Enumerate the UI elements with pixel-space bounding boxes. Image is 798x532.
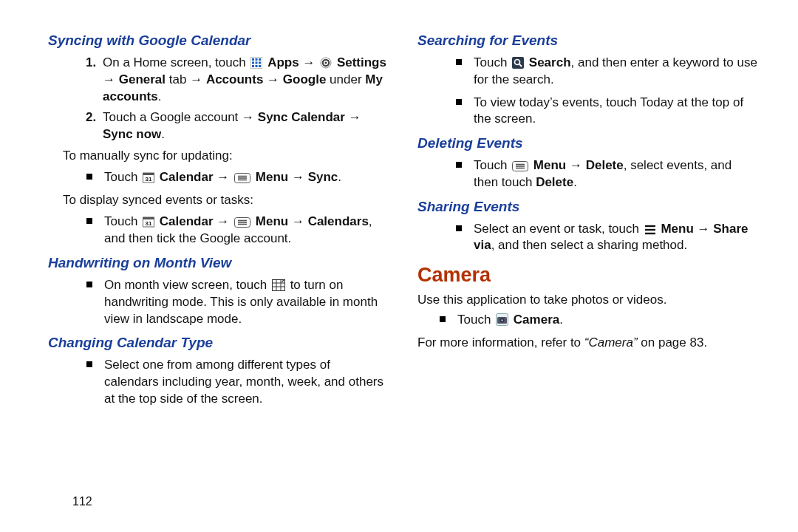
settings-gear-icon: [320, 57, 332, 69]
label: Menu: [256, 214, 288, 228]
svg-rect-6: [259, 61, 261, 64]
label: Calendar: [160, 170, 214, 184]
arrow-icon: →: [349, 110, 361, 124]
arrow-icon: →: [302, 55, 315, 69]
text: Touch a Google account: [103, 110, 242, 124]
apps-grid-icon: [250, 57, 262, 69]
arrow-icon: →: [216, 170, 229, 184]
arrow-icon: →: [190, 72, 202, 86]
label: Sync now: [103, 127, 161, 141]
svg-rect-21: [143, 217, 154, 219]
heading-handwriting: Handwriting on Month View: [48, 253, 388, 273]
svg-point-12: [325, 61, 327, 64]
label: Search: [529, 55, 571, 69]
calendar-31-icon: 31: [143, 216, 154, 228]
text: Touch: [457, 313, 494, 327]
text: On a Home screen, touch: [103, 55, 249, 69]
svg-point-45: [501, 319, 502, 321]
text: Select an event or task, touch: [474, 222, 643, 236]
list-item: Touch Menu → Delete, select events, and …: [456, 157, 757, 191]
text: Touch: [104, 214, 141, 228]
svg-rect-14: [143, 173, 154, 175]
label: Delete: [536, 175, 573, 189]
heading-sharing: Sharing Events: [417, 197, 757, 216]
svg-text:31: 31: [146, 176, 152, 183]
svg-rect-8: [256, 65, 258, 67]
label: Calendar: [160, 214, 214, 228]
label: Menu: [533, 158, 566, 172]
arrow-icon: →: [267, 72, 279, 86]
svg-rect-4: [252, 61, 254, 64]
camera-list: Touch Camera.: [417, 312, 757, 329]
label: Camera: [514, 313, 559, 327]
heading-searching: Searching for Events: [417, 31, 757, 50]
text: on page 83.: [638, 335, 708, 349]
list-item: Select an event or task, touch Menu → Sh…: [456, 221, 757, 255]
manual-sync-list: Touch 31 Calendar → Menu → Sync.: [48, 169, 388, 186]
label: Google: [283, 72, 327, 86]
arrow-icon: →: [292, 214, 304, 228]
sync-step-2: Touch a Google account → Sync Calendar →…: [100, 109, 388, 143]
text: Touch: [474, 55, 511, 69]
changing-type-list: Select one from among different types of…: [48, 357, 388, 408]
search-magnifier-icon: [512, 57, 524, 69]
label: Sync Calendar: [258, 110, 345, 124]
page-number: 112: [72, 494, 92, 510]
arrow-icon: →: [292, 170, 304, 184]
svg-rect-32: [512, 57, 524, 69]
calendar-31-icon: 31: [143, 171, 154, 183]
svg-rect-3: [259, 58, 261, 61]
text: tab: [166, 72, 190, 86]
list-item: Touch 31 Calendar → Menu → Calendars, an…: [86, 214, 388, 248]
text: , and then select a sharing method.: [491, 238, 688, 252]
sync-steps: On a Home screen, touch Apps → Settings …: [48, 55, 388, 144]
label: Calendars: [308, 214, 369, 228]
right-column: Searching for Events Touch Search, and t…: [417, 30, 757, 414]
text: under: [326, 72, 365, 86]
heading-camera: Camera: [417, 262, 757, 288]
list-item: On month view screen, touch to turn on h…: [86, 277, 388, 328]
handwriting-list: On month view screen, touch to turn on h…: [48, 277, 388, 328]
svg-rect-2: [256, 58, 258, 61]
menu-hamburger-icon: [644, 225, 656, 235]
text: On month view screen, touch: [104, 278, 270, 292]
label: Delete: [586, 158, 624, 172]
label: Accounts: [206, 72, 263, 86]
list-item: Touch Search, and then enter a keyword t…: [456, 55, 757, 89]
manual-page: Syncing with Google Calendar On a Home s…: [0, 0, 798, 414]
arrow-icon: →: [216, 214, 229, 228]
heading-changing-type: Changing Calendar Type: [48, 333, 388, 352]
svg-rect-1: [252, 58, 254, 61]
label: Menu: [661, 222, 693, 236]
list-item: Touch 31 Calendar → Menu → Sync.: [86, 169, 388, 186]
list-item: Touch Camera.: [440, 312, 757, 329]
menu-softkey-icon: [234, 173, 250, 183]
list-item: Select one from among different types of…: [86, 357, 388, 408]
arrow-icon: →: [698, 222, 710, 236]
arrow-icon: →: [570, 158, 582, 172]
text: Touch: [104, 170, 141, 184]
heading-deleting: Deleting Events: [417, 134, 757, 153]
label: Sync: [308, 170, 338, 184]
svg-rect-9: [259, 65, 261, 67]
svg-rect-7: [252, 65, 254, 67]
label: Menu: [256, 170, 288, 184]
sharing-list: Select an event or task, touch Menu → Sh…: [417, 221, 757, 255]
menu-softkey-icon: [234, 217, 250, 228]
manual-sync-intro: To manually sync for updating:: [63, 148, 388, 165]
sync-step-1: On a Home screen, touch Apps → Settings …: [100, 55, 388, 106]
menu-softkey-icon: [512, 161, 528, 171]
label: General: [119, 72, 166, 86]
text: For more information, refer to: [417, 335, 584, 349]
searching-list: Touch Search, and then enter a keyword t…: [417, 55, 757, 129]
camera-more-info: For more information, refer to “Camera” …: [417, 335, 757, 352]
camera-intro: Use this application to take photos or v…: [417, 292, 757, 309]
deleting-list: Touch Menu → Delete, select events, and …: [417, 157, 757, 191]
heading-syncing: Syncing with Google Calendar: [48, 31, 388, 50]
camera-app-icon: [496, 313, 508, 326]
svg-rect-5: [256, 61, 258, 64]
reference-title: “Camera”: [584, 335, 638, 349]
label: Apps: [267, 55, 299, 69]
svg-text:31: 31: [146, 220, 152, 227]
text: Touch: [474, 158, 511, 172]
